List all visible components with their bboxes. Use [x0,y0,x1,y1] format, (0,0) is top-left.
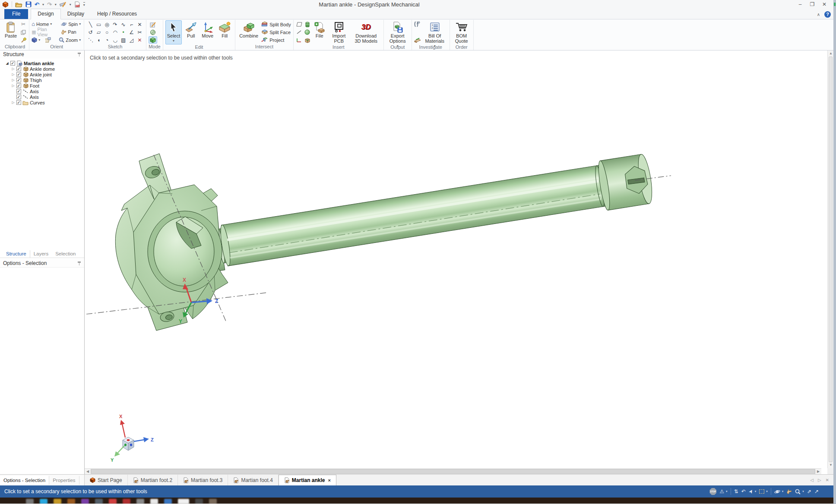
scroll-down-icon[interactable]: ▼ [828,462,834,468]
taskbar-icon[interactable] [164,499,172,504]
expand-arrow-icon[interactable]: ▷ [11,78,15,82]
taskbar-icon[interactable] [178,499,189,504]
pin-icon[interactable] [77,53,81,57]
horizontal-scroll-thumb[interactable] [91,469,815,474]
tree-item-axis[interactable]: ✓ Axis [0,94,84,100]
tree-item-curves[interactable]: ▷ ✓ Curves [0,100,84,105]
insert-shell-icon[interactable] [304,37,311,44]
sketch-sweep-arc-icon[interactable]: ↺ [89,29,93,35]
windows-taskbar[interactable] [0,498,836,504]
doc-tab-martian-ankle[interactable]: Martian ankle × [279,475,336,485]
qat-customize-dropdown[interactable]: ▾ [83,2,85,7]
viewport[interactable]: Click to set a secondary selection to be… [85,50,833,474]
sketch-slot-icon[interactable]: ◔ [105,37,108,43]
analyze-faces-icon[interactable] [414,37,421,44]
tab-scroll-left-icon[interactable]: ◁ [810,478,814,482]
tab-display[interactable]: Display [61,9,91,19]
insert-line-icon[interactable] [296,29,303,36]
pan-button[interactable]: Pan [61,29,76,35]
download-3d-models-button[interactable]: 3D Download 3D Models [351,20,381,44]
sketch-chamfer-icon[interactable]: ◿ [130,37,133,43]
view-triad[interactable]: X Z Y [111,414,154,463]
tab-help-resources[interactable]: Help / Resources [91,9,143,19]
vertical-scrollbar[interactable]: ▲ ▼ [827,50,833,468]
close-button[interactable]: ✕ [819,0,830,8]
combine-button[interactable]: Combine [238,20,260,39]
expand-arrow-icon[interactable]: ▷ [11,101,15,104]
spin-button[interactable]: Spin▾ [61,22,81,27]
visibility-checkbox[interactable]: ✓ [16,83,21,88]
spin-tool-icon[interactable] [774,489,780,495]
taskbar-icon[interactable] [209,499,217,504]
sketch-three-point-rectangle-icon[interactable]: ▱ [97,29,101,35]
tab-design[interactable]: Design [31,9,60,19]
tab-scroll-right-icon[interactable]: ▷ [818,478,821,482]
visibility-checkbox[interactable]: ✓ [16,100,21,105]
model-canvas[interactable]: Click to set a secondary selection to be… [85,50,827,468]
sketch-construction-circle-icon[interactable]: ○ [105,29,108,35]
move-button[interactable]: Move [200,20,215,39]
import-pcb-button[interactable]: Import PCB [328,20,350,44]
scroll-right-icon[interactable]: ▶ [815,469,821,475]
taskbar-icon[interactable] [95,499,103,504]
sketch-ellipse-icon[interactable]: ◖ [97,37,100,43]
visibility-checkbox[interactable]: ✓ [16,66,21,71]
tree-item-component[interactable]: ▷ ✓ Ankle dome [0,66,84,72]
warning-icon[interactable]: ⚠ [719,488,724,495]
zoom-extents-icon[interactable]: ⇗ [807,488,811,495]
selection-box-icon[interactable] [759,489,764,494]
tab-options-selection[interactable]: Options - Selection [0,476,49,485]
sketch-split-icon[interactable]: ✂ [138,29,142,35]
taskbar-icon[interactable] [26,499,34,504]
section-mode-button[interactable] [149,28,157,36]
collapse-arrow-icon[interactable]: ◢ [5,61,9,65]
scroll-wheel-icon[interactable]: ⇅ [734,488,738,495]
export-stl-button[interactable]: STL [74,1,80,8]
taskbar-icon[interactable] [54,499,61,504]
visibility-checkbox[interactable]: ✓ [10,61,15,66]
sketch-offset-icon[interactable]: ∠ [129,29,134,35]
select-dropdown[interactable]: ▾ [173,38,174,44]
model-3d-view[interactable]: X Z Y [85,50,827,468]
undo-dropdown[interactable]: ▾ [42,3,44,6]
undo-view-icon[interactable]: ↶ [741,488,746,495]
taskbar-icon[interactable] [150,499,158,504]
fill-button[interactable]: Fill [216,20,233,39]
doc-tab-martian-foot-4[interactable]: Martian foot.4 [228,475,278,485]
open-button[interactable] [15,1,22,7]
view-sketch-button[interactable] [45,37,51,43]
tree-item-component[interactable]: ▷ ✓ Foot [0,83,84,88]
taskbar-icon[interactable] [67,499,75,504]
tree-item-axis[interactable]: ✓ Axis [0,88,84,94]
split-body-button[interactable]: Split Body [261,21,291,28]
minimize-button[interactable]: – [795,0,806,8]
measure-icon[interactable] [414,21,421,28]
sketch-circle-icon[interactable]: ◎ [104,22,109,28]
view-cube-button[interactable]: ▾ [32,37,40,43]
tree-item-root[interactable]: ◢ ✓ Martian ankle [0,60,84,66]
expand-arrow-icon[interactable]: ▷ [11,84,15,88]
copy-icon[interactable] [20,29,27,36]
bom-quote-button[interactable]: BOM Quote [452,20,471,44]
save-button[interactable] [25,1,32,7]
tab-file[interactable]: File [4,9,28,19]
shaft-body[interactable] [203,153,654,273]
tab-close-icon[interactable]: ✕ [826,478,829,482]
redo-button[interactable]: ↷ [47,2,52,7]
insert-plane-icon[interactable] [296,21,303,28]
paste-button[interactable]: Paste [3,20,19,39]
visibility-checkbox[interactable]: ✓ [16,94,21,99]
expand-arrow-icon[interactable]: ▷ [11,67,15,71]
project-button[interactable]: Project [261,36,291,44]
tree-item-component[interactable]: ▷ ✓ Ankle joint [0,72,84,77]
redo-dropdown[interactable]: ▾ [55,3,57,6]
sketch-arc-icon[interactable]: ◠ [113,29,117,35]
taskbar-icon[interactable] [109,499,117,504]
zoom-tool-icon[interactable] [795,489,801,495]
taskbar-icon[interactable] [81,499,89,504]
sketch-three-point-arc-icon[interactable]: ◡ [113,37,117,43]
insert-axes-icon[interactable] [296,37,303,44]
sketch-trim-icon[interactable]: ✕ [138,22,142,28]
design-tools-button[interactable] [60,1,66,7]
help-icon[interactable]: ? [824,11,831,18]
